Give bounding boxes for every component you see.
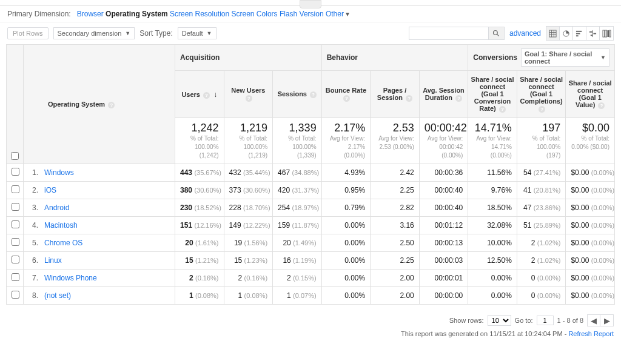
help-icon[interactable]: ?: [343, 95, 350, 102]
advanced-link[interactable]: advanced: [509, 29, 541, 38]
view-mode-switcher: [546, 26, 614, 41]
pager-range: 1 - 8 of 8: [557, 317, 583, 324]
secondary-dimension-select[interactable]: Secondary dimension ▼: [53, 27, 135, 39]
go-to-input[interactable]: [537, 316, 554, 325]
os-link[interactable]: Windows: [44, 168, 74, 177]
panel-resize-handle[interactable]: [0, 0, 621, 6]
compare-icon[interactable]: [586, 27, 600, 40]
refresh-report-link[interactable]: Refresh Report: [568, 330, 614, 337]
pps-cell: 2.25: [371, 252, 420, 270]
table-row: 7.Windows Phone2 (0.16%)2 (0.16%)2 (0.15…: [7, 270, 615, 287]
bounce-cell: 0.00%: [321, 252, 371, 270]
pps-cell: 2.25: [371, 182, 420, 199]
conversion-goal-select[interactable]: Goal 1: Share / social connect ▼: [521, 48, 609, 67]
primary-dimension-item-active[interactable]: Operating System: [106, 10, 168, 18]
sort-desc-icon: ↓: [213, 90, 217, 99]
column-header-conv-value[interactable]: Share / social connect (Goal 1 Value) ?: [566, 71, 615, 118]
column-header-new-users[interactable]: New Users ?: [224, 71, 273, 118]
help-icon[interactable]: ?: [203, 92, 210, 99]
bounce-cell: 0.00%: [321, 270, 371, 287]
pps-cell: 2.82: [371, 199, 420, 217]
primary-dimension-item[interactable]: Screen Resolution: [170, 10, 229, 18]
row-checkbox[interactable]: [12, 291, 19, 299]
pie-icon[interactable]: [560, 27, 573, 40]
primary-dimension-item[interactable]: Other ▾: [326, 10, 349, 18]
users-cell: 151 (12.16%): [175, 217, 224, 234]
help-icon[interactable]: ?: [406, 95, 412, 102]
plot-rows-button[interactable]: Plot Rows: [7, 27, 49, 39]
svg-rect-16: [605, 30, 606, 36]
help-icon[interactable]: ?: [455, 95, 462, 102]
column-header-sessions[interactable]: Sessions ?: [273, 71, 322, 118]
conv-completions-cell: 2 (1.02%): [517, 252, 566, 270]
column-header-conv-rate[interactable]: Share / social connect (Goal 1 Conversio…: [468, 71, 517, 118]
column-header-os[interactable]: Operating System ?: [24, 45, 175, 164]
pps-cell: 2.00: [371, 287, 420, 305]
os-link[interactable]: iOS: [44, 186, 56, 194]
search-input[interactable]: [409, 27, 488, 39]
primary-dimension-item[interactable]: Screen Colors: [232, 10, 278, 18]
help-icon[interactable]: ?: [598, 102, 605, 109]
row-checkbox[interactable]: [12, 185, 19, 193]
pivot-icon[interactable]: [600, 27, 613, 40]
svg-rect-8: [576, 30, 582, 31]
row-checkbox[interactable]: [12, 238, 19, 246]
column-header-users[interactable]: Users ? ↓: [175, 71, 224, 118]
pager-next-button[interactable]: ▶: [600, 314, 614, 326]
row-checkbox[interactable]: [12, 273, 19, 281]
svg-rect-17: [607, 30, 609, 36]
chevron-down-icon: ▼: [207, 30, 212, 36]
bounce-cell: 0.79%: [321, 199, 371, 217]
chevron-left-icon: ◀: [591, 316, 597, 325]
conv-value-cell: $0.00 (0.00%): [566, 270, 615, 287]
table-row: 1.Windows443 (35.67%)432 (35.44%)467 (34…: [7, 164, 615, 182]
os-link[interactable]: Linux: [44, 256, 62, 265]
row-checkbox[interactable]: [12, 256, 19, 263]
bounce-cell: 0.00%: [321, 217, 371, 234]
primary-dimension-item[interactable]: Browser: [77, 10, 104, 18]
select-all-checkbox[interactable]: [11, 152, 19, 160]
column-header-conv-completions[interactable]: Share / social connect (Goal 1 Completio…: [517, 71, 566, 118]
conv-value-cell: $0.00 (0.00%): [566, 234, 615, 252]
search-button[interactable]: [488, 27, 504, 39]
conv-completions-cell: 2 (1.02%): [517, 234, 566, 252]
pps-cell: 2.00: [371, 270, 420, 287]
chevron-down-icon: ▼: [125, 30, 130, 36]
help-icon[interactable]: ?: [108, 102, 115, 108]
help-icon[interactable]: ?: [499, 106, 506, 113]
column-header-bounce[interactable]: Bounce Rate ?: [321, 71, 371, 118]
pager-prev-button[interactable]: ◀: [587, 314, 600, 326]
help-icon[interactable]: ?: [539, 106, 545, 113]
grid-icon[interactable]: [546, 27, 560, 40]
os-link[interactable]: (not set): [44, 291, 71, 300]
os-link[interactable]: Windows Phone: [44, 274, 97, 282]
column-header-avg-duration[interactable]: Avg. Session Duration ?: [419, 71, 468, 118]
os-link[interactable]: Android: [44, 204, 69, 212]
svg-rect-2: [549, 30, 556, 36]
conv-value-cell: $0.00 (0.00%): [566, 164, 615, 182]
table-row: 6.Linux15 (1.21%)15 (1.23%)16 (1.19%)0.0…: [7, 252, 615, 270]
primary-dimension-item[interactable]: Flash Version: [280, 10, 324, 18]
svg-rect-15: [603, 30, 605, 36]
help-icon[interactable]: ?: [310, 91, 317, 98]
os-link[interactable]: Macintosh: [44, 221, 78, 230]
sort-type-label: Sort Type:: [139, 29, 172, 38]
column-header-pps[interactable]: Pages / Session ?: [371, 71, 420, 118]
help-icon[interactable]: ?: [246, 95, 252, 102]
pps-cell: 3.16: [371, 217, 420, 234]
row-checkbox[interactable]: [12, 168, 19, 176]
pps-cell: 2.42: [371, 164, 420, 182]
svg-rect-10: [576, 35, 579, 36]
conv-completions-cell: 0 (0.00%): [517, 287, 566, 305]
row-checkbox[interactable]: [12, 203, 19, 211]
bars-icon[interactable]: [573, 27, 586, 40]
bounce-cell: 4.93%: [321, 164, 371, 182]
conv-completions-cell: 51 (25.89%): [517, 217, 566, 234]
svg-rect-14: [591, 35, 592, 36]
table-toolbar: Plot Rows Secondary dimension ▼ Sort Typ…: [0, 22, 621, 44]
row-checkbox[interactable]: [12, 220, 19, 228]
os-link[interactable]: Chrome OS: [44, 239, 82, 247]
group-header-conversions: Conversions Goal 1: Share / social conne…: [468, 45, 615, 71]
show-rows-select[interactable]: 10: [488, 315, 511, 326]
sort-type-select[interactable]: Default ▼: [178, 27, 217, 39]
